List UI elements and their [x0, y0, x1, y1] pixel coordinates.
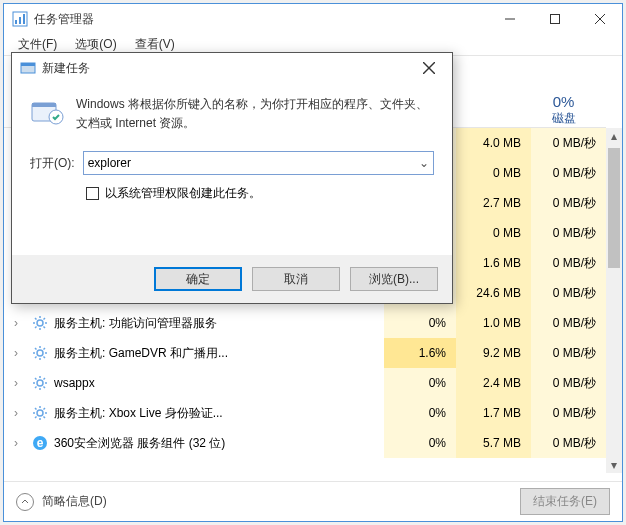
close-button[interactable] [577, 4, 622, 34]
svg-point-17 [37, 350, 43, 356]
ok-button[interactable]: 确定 [154, 267, 242, 291]
admin-checkbox-label: 以系统管理权限创建此任务。 [105, 185, 261, 202]
expand-icon[interactable]: › [14, 346, 26, 360]
process-name-cell: ›wsappx [4, 375, 384, 391]
run-prompt-icon [30, 95, 64, 129]
cpu-cell: 0% [384, 368, 456, 398]
disk-cell: 0 MB/秒 [531, 338, 606, 368]
svg-line-34 [44, 378, 46, 380]
admin-checkbox[interactable] [86, 187, 99, 200]
vertical-scrollbar[interactable]: ▴ ▾ [606, 128, 622, 473]
process-name: 服务主机: 功能访问管理器服务 [54, 315, 217, 332]
fewer-details-icon[interactable] [16, 493, 34, 511]
open-input[interactable] [83, 151, 434, 175]
table-row[interactable]: ›e360安全浏览器 服务组件 (32 位)0%5.7 MB0 MB/秒 [4, 428, 606, 458]
cpu-cell: 0% [384, 398, 456, 428]
svg-line-13 [35, 318, 37, 320]
svg-rect-1 [15, 20, 17, 24]
cancel-button[interactable]: 取消 [252, 267, 340, 291]
gear-icon [32, 405, 48, 421]
disk-cell: 0 MB/秒 [531, 218, 606, 248]
process-name-cell: ›e360安全浏览器 服务组件 (32 位) [4, 435, 384, 452]
disk-cell: 0 MB/秒 [531, 278, 606, 308]
scroll-down-arrow[interactable]: ▾ [606, 457, 622, 473]
combobox-dropdown-icon[interactable]: ⌄ [416, 153, 432, 173]
memory-cell: 1.6 MB [456, 248, 531, 278]
disk-cell: 0 MB/秒 [531, 428, 606, 458]
run-dialog-icon [20, 60, 36, 76]
disk-cell: 0 MB/秒 [531, 248, 606, 278]
process-name-cell: ›服务主机: 功能访问管理器服务 [4, 315, 384, 332]
cpu-cell: 0% [384, 308, 456, 338]
svg-line-23 [44, 357, 46, 359]
svg-point-35 [37, 410, 43, 416]
expand-icon[interactable]: › [14, 376, 26, 390]
scroll-up-arrow[interactable]: ▴ [606, 128, 622, 144]
expand-icon[interactable]: › [14, 406, 26, 420]
process-name-cell: ›服务主机: GameDVR 和广播用... [4, 345, 384, 362]
svg-line-42 [35, 417, 37, 419]
table-row[interactable]: ›服务主机: Xbox Live 身份验证...0%1.7 MB0 MB/秒 [4, 398, 606, 428]
disk-cell: 0 MB/秒 [531, 188, 606, 218]
browse-button[interactable]: 浏览(B)... [350, 267, 438, 291]
end-task-button[interactable]: 结束任务(E) [520, 488, 610, 515]
svg-rect-47 [21, 63, 35, 66]
table-row[interactable]: ›wsappx0%2.4 MB0 MB/秒 [4, 368, 606, 398]
table-row[interactable]: ›服务主机: GameDVR 和广播用...1.6%9.2 MB0 MB/秒 [4, 338, 606, 368]
dialog-description: Windows 将根据你所键入的名称，为你打开相应的程序、文件夹、文档或 Int… [76, 95, 434, 133]
dialog-titlebar[interactable]: 新建任务 [12, 53, 452, 83]
disk-cell: 0 MB/秒 [531, 158, 606, 188]
expand-icon[interactable]: › [14, 316, 26, 330]
svg-rect-3 [23, 14, 25, 24]
svg-line-43 [44, 408, 46, 410]
svg-text:e: e [37, 436, 44, 450]
gear-icon [32, 375, 48, 391]
open-combobox[interactable]: ⌄ [83, 151, 434, 175]
table-row[interactable]: ›服务主机: 功能访问管理器服务0%1.0 MB0 MB/秒 [4, 308, 606, 338]
svg-line-16 [44, 318, 46, 320]
process-name-cell: ›服务主机: Xbox Live 身份验证... [4, 405, 384, 422]
memory-cell: 9.2 MB [456, 338, 531, 368]
disk-cell: 0 MB/秒 [531, 308, 606, 338]
memory-cell: 1.0 MB [456, 308, 531, 338]
svg-line-31 [35, 378, 37, 380]
cpu-cell: 0% [384, 428, 456, 458]
minimize-button[interactable] [487, 4, 532, 34]
svg-rect-5 [550, 15, 559, 24]
svg-point-8 [37, 320, 43, 326]
open-label: 打开(O): [30, 155, 75, 172]
memory-cell: 5.7 MB [456, 428, 531, 458]
dialog-close-button[interactable] [414, 53, 444, 83]
dialog-button-bar: 确定 取消 浏览(B)... [12, 255, 452, 303]
gear-icon [32, 315, 48, 331]
svg-point-26 [37, 380, 43, 386]
memory-cell: 2.4 MB [456, 368, 531, 398]
memory-cell: 1.7 MB [456, 398, 531, 428]
svg-line-14 [44, 327, 46, 329]
window-title: 任务管理器 [34, 11, 487, 28]
process-name: wsappx [54, 376, 95, 390]
titlebar[interactable]: 任务管理器 [4, 4, 622, 34]
maximize-button[interactable] [532, 4, 577, 34]
scroll-thumb[interactable] [608, 148, 620, 268]
task-manager-icon [12, 11, 28, 27]
footer: 简略信息(D) 结束任务(E) [4, 481, 622, 521]
dialog-title: 新建任务 [42, 60, 414, 77]
process-name: 服务主机: GameDVR 和广播用... [54, 345, 228, 362]
svg-rect-51 [32, 103, 56, 107]
memory-cell: 0 MB [456, 158, 531, 188]
memory-cell: 2.7 MB [456, 188, 531, 218]
svg-line-25 [44, 348, 46, 350]
process-name: 360安全浏览器 服务组件 (32 位) [54, 435, 225, 452]
memory-cell: 24.6 MB [456, 278, 531, 308]
run-dialog: 新建任务 Windows 将根据你所键入的名称，为你打开相应的程序、文件夹、文档… [11, 52, 453, 304]
expand-icon[interactable]: › [14, 436, 26, 450]
svg-line-15 [35, 327, 37, 329]
svg-line-24 [35, 357, 37, 359]
svg-rect-2 [19, 17, 21, 24]
svg-line-40 [35, 408, 37, 410]
memory-cell: 4.0 MB [456, 128, 531, 158]
brief-info-link[interactable]: 简略信息(D) [42, 493, 107, 510]
column-disk[interactable]: 0% 磁盘 [531, 92, 606, 127]
disk-cell: 0 MB/秒 [531, 128, 606, 158]
